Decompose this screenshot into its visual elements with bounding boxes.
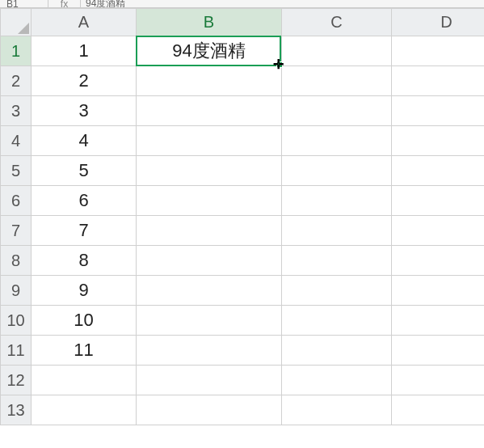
cell-C9[interactable] [282,276,392,306]
row-header-7[interactable]: 7 [1,216,32,246]
cell-D1[interactable] [392,36,485,66]
cell-D12[interactable] [392,366,485,395]
grid-table: A B C D 1194度酒精2233445566778899101011111… [0,8,484,425]
cell-A2[interactable]: 2 [32,66,137,96]
cell-C10[interactable] [282,306,392,336]
cell-A9[interactable]: 9 [32,276,137,306]
svg-marker-0 [18,23,29,34]
cell-A6[interactable]: 6 [32,186,137,216]
cell-D9[interactable] [392,276,485,306]
cell-B1[interactable]: 94度酒精 [137,36,282,66]
cell-C1[interactable] [282,36,392,66]
cell-B5[interactable] [137,156,282,186]
cell-B8[interactable] [137,246,282,276]
cell-B11[interactable] [137,336,282,366]
cell-C3[interactable] [282,96,392,126]
name-box[interactable]: B1 [0,0,48,7]
select-all-triangle-icon [18,23,29,34]
cell-D4[interactable] [392,126,485,156]
row-header-11[interactable]: 11 [1,336,32,366]
col-header-A[interactable]: A [32,9,137,36]
cell-A3[interactable]: 3 [32,96,137,126]
cell-A5[interactable]: 5 [32,156,137,186]
row-header-10[interactable]: 10 [1,306,32,336]
cell-D2[interactable] [392,66,485,96]
cell-B2[interactable] [137,66,282,96]
row-header-13[interactable]: 13 [1,395,32,425]
cell-C7[interactable] [282,216,392,246]
formula-bar[interactable]: 94度酒精 [81,0,484,7]
row-header-9[interactable]: 9 [1,276,32,306]
cell-A13[interactable] [32,395,137,425]
row-header-12[interactable]: 12 [1,366,32,395]
fill-handle[interactable] [276,61,283,68]
cell-C6[interactable] [282,186,392,216]
cell-C12[interactable] [282,366,392,395]
col-header-B[interactable]: B [137,9,282,36]
cell-D11[interactable] [392,336,485,366]
cell-B7[interactable] [137,216,282,246]
cell-A11[interactable]: 11 [32,336,137,366]
cell-A4[interactable]: 4 [32,126,137,156]
cell-D6[interactable] [392,186,485,216]
row-header-5[interactable]: 5 [1,156,32,186]
cell-A8[interactable]: 8 [32,246,137,276]
row-header-2[interactable]: 2 [1,66,32,96]
cell-B3[interactable] [137,96,282,126]
cell-A7[interactable]: 7 [32,216,137,246]
cell-C2[interactable] [282,66,392,96]
col-header-D[interactable]: D [392,9,485,36]
cell-B10[interactable] [137,306,282,336]
fx-icon[interactable]: fx [48,0,81,7]
cell-B6[interactable] [137,186,282,216]
cell-B13[interactable] [137,395,282,425]
select-all-corner[interactable] [1,9,32,36]
row-header-6[interactable]: 6 [1,186,32,216]
cell-D3[interactable] [392,96,485,126]
row-header-1[interactable]: 1 [1,36,32,66]
cell-C8[interactable] [282,246,392,276]
cell-D13[interactable] [392,395,485,425]
cell-D8[interactable] [392,246,485,276]
row-header-3[interactable]: 3 [1,96,32,126]
row-header-8[interactable]: 8 [1,246,32,276]
cell-D5[interactable] [392,156,485,186]
cell-A1[interactable]: 1 [32,36,137,66]
cell-A12[interactable] [32,366,137,395]
cell-C13[interactable] [282,395,392,425]
cell-C4[interactable] [282,126,392,156]
cell-D7[interactable] [392,216,485,246]
cell-B4[interactable] [137,126,282,156]
cell-B12[interactable] [137,366,282,395]
cell-C11[interactable] [282,336,392,366]
cell-B9[interactable] [137,276,282,306]
formula-bar-row: B1 fx 94度酒精 [0,0,484,8]
row-header-4[interactable]: 4 [1,126,32,156]
cell-D10[interactable] [392,306,485,336]
spreadsheet-area: A B C D 1194度酒精2233445566778899101011111… [0,8,484,425]
cell-A10[interactable]: 10 [32,306,137,336]
col-header-C[interactable]: C [282,9,392,36]
cell-C5[interactable] [282,156,392,186]
